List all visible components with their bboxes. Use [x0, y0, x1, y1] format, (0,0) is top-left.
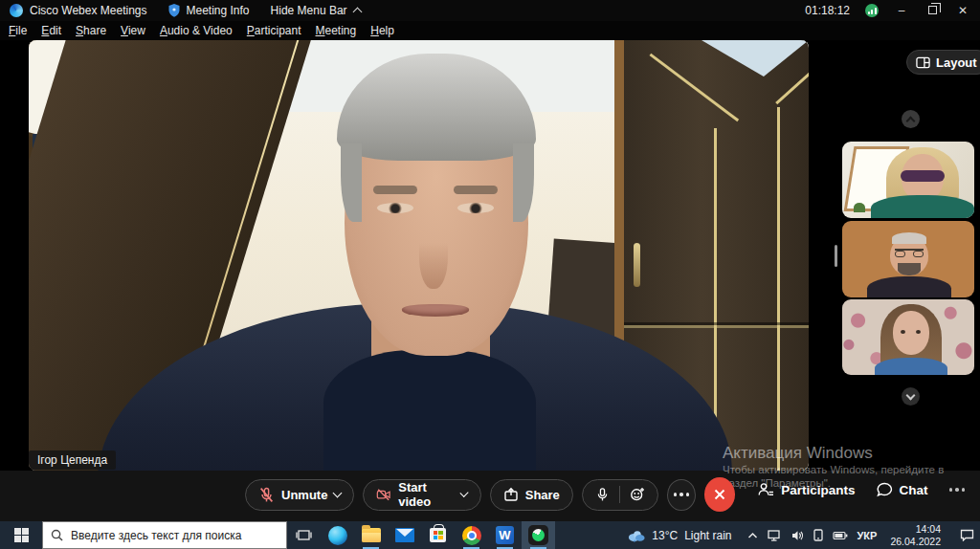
- clock-date: 26.04.2022: [890, 536, 941, 547]
- meeting-stage: Ігор Цепенда Layout: [0, 40, 980, 471]
- shield-icon: [168, 4, 180, 17]
- speaker-eye-left: [377, 203, 413, 213]
- speaker-eyebrow-left: [373, 186, 417, 194]
- hide-menu-bar-button[interactable]: Hide Menu Bar: [271, 4, 361, 17]
- recorder-microphone-icon[interactable]: [595, 487, 610, 502]
- start-video-button[interactable]: Start video: [363, 479, 480, 511]
- close-x-icon: [713, 488, 726, 501]
- ellipsis-icon: [674, 493, 690, 496]
- taskbar-chrome[interactable]: [455, 521, 488, 549]
- file-explorer-icon: [362, 528, 381, 542]
- layout-button[interactable]: Layout: [906, 50, 980, 75]
- unmute-button[interactable]: Unmute: [245, 479, 354, 511]
- thumbnail2-glasses: [895, 249, 924, 256]
- layout-button-label: Layout: [936, 55, 977, 70]
- taskbar-edge[interactable]: [321, 521, 354, 549]
- clock[interactable]: 14:04 26.04.2022: [890, 523, 941, 547]
- volume-icon[interactable]: [791, 530, 804, 541]
- meeting-info-label: Meeting Info: [187, 4, 250, 17]
- weather-cloud-icon: [627, 529, 645, 542]
- network-icon[interactable]: [768, 530, 782, 541]
- weather-desc: Light rain: [684, 529, 731, 542]
- search-input[interactable]: [71, 529, 262, 542]
- share-screen-icon: [503, 487, 519, 502]
- main-video-active-speaker: Ігор Цепенда: [29, 40, 809, 471]
- chat-button[interactable]: Chat: [877, 482, 928, 497]
- chat-label: Chat: [900, 483, 928, 497]
- edge-icon: [328, 526, 347, 545]
- start-button[interactable]: [0, 521, 42, 549]
- video-options-chevron-icon[interactable]: [460, 489, 469, 497]
- chat-bubble-icon: [877, 482, 893, 497]
- meeting-info-button[interactable]: Meeting Info: [168, 4, 250, 17]
- hide-menu-bar-label: Hide Menu Bar: [271, 4, 347, 17]
- chrome-icon: [462, 526, 481, 545]
- tray-expand-chevron[interactable]: [747, 532, 758, 539]
- language-indicator[interactable]: УКР: [858, 530, 878, 541]
- taskbar-store[interactable]: [421, 521, 455, 549]
- speaker-eye-right: [457, 203, 494, 213]
- thumbnail3-person-top: [875, 358, 947, 375]
- word-icon: W: [496, 526, 514, 544]
- thumbnail3-person-face: [893, 311, 929, 355]
- camera-muted-icon: [376, 487, 391, 502]
- menu-audio-video[interactable]: Audio & Video: [160, 24, 233, 37]
- clock-time: 14:04: [916, 523, 941, 535]
- participant-thumbnail-2[interactable]: [842, 221, 974, 297]
- more-options-button[interactable]: [667, 479, 696, 511]
- menu-share[interactable]: Share: [76, 24, 106, 37]
- taskbar-word[interactable]: W: [488, 521, 522, 549]
- microsoft-store-icon: [430, 528, 446, 542]
- action-center-icon[interactable]: [960, 529, 974, 541]
- menu-file[interactable]: File: [9, 24, 27, 37]
- app-title: Cisco Webex Meetings: [30, 4, 147, 17]
- task-view-button[interactable]: [287, 521, 321, 549]
- weather-temp: 13°C: [652, 529, 678, 542]
- search-icon: [51, 529, 63, 541]
- menu-bar: File Edit Share View Audio & Video Parti…: [0, 21, 980, 40]
- panel-more-options-button[interactable]: [949, 488, 966, 492]
- layout-grid-icon: [916, 56, 930, 69]
- device-icon[interactable]: [813, 529, 823, 541]
- webex-icon: [528, 525, 548, 545]
- thumbnail1-sunglasses: [901, 170, 945, 182]
- menu-help[interactable]: Help: [370, 24, 394, 37]
- thumbnails-scroll-down-button[interactable]: [902, 387, 920, 406]
- reactions-smiley-icon[interactable]: [630, 487, 645, 502]
- start-video-label: Start video: [398, 480, 455, 509]
- taskbar-weather[interactable]: 13°C Light rain: [627, 529, 731, 542]
- windows-taskbar: W 13°C Light rain УКР: [0, 521, 980, 549]
- menu-meeting[interactable]: Meeting: [316, 24, 357, 37]
- thumbnail2-beard: [898, 263, 921, 275]
- connection-quality-icon: [865, 4, 879, 17]
- restore-button[interactable]: [924, 4, 940, 17]
- participants-button[interactable]: Participants: [758, 482, 855, 497]
- thumbnail1-person-top: [871, 195, 974, 218]
- close-button[interactable]: ✕: [955, 4, 970, 17]
- speaker-eyebrow-right: [454, 186, 498, 194]
- leave-meeting-button[interactable]: [704, 477, 735, 512]
- taskbar-mail[interactable]: [388, 521, 421, 549]
- thumbnail-scrollbar[interactable]: [835, 245, 837, 267]
- unmute-label: Unmute: [281, 488, 327, 502]
- thumbnails-scroll-up-button[interactable]: [902, 110, 920, 128]
- menu-participant[interactable]: Participant: [247, 24, 301, 37]
- meeting-control-bar: Unmute Start video Share: [0, 471, 980, 521]
- menu-edit[interactable]: Edit: [41, 24, 61, 37]
- taskbar-file-explorer[interactable]: [354, 521, 388, 549]
- taskbar-search-box[interactable]: [42, 521, 287, 549]
- menu-view[interactable]: View: [121, 24, 145, 37]
- minimize-button[interactable]: –: [894, 4, 909, 17]
- wardrobe-handle: [634, 243, 640, 287]
- wardrobe-ceiling-gap: [702, 40, 809, 77]
- battery-icon[interactable]: [833, 531, 848, 540]
- participant-thumbnail-1[interactable]: [842, 142, 974, 218]
- speaker-mouth: [402, 304, 469, 317]
- unmute-options-chevron-icon[interactable]: [333, 489, 343, 498]
- taskbar-webex-active[interactable]: [522, 521, 555, 549]
- chevron-up-icon: [352, 8, 362, 17]
- share-button[interactable]: Share: [490, 479, 573, 511]
- participant-thumbnail-3[interactable]: [842, 299, 974, 375]
- speaker-turtleneck: [323, 350, 536, 471]
- window-titlebar: Cisco Webex Meetings Meeting Info Hide M…: [0, 0, 980, 21]
